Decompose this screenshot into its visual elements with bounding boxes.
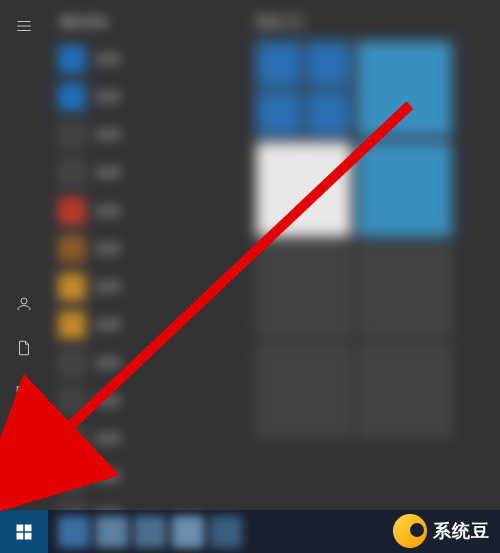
svg-rect-10 — [25, 524, 32, 531]
tile[interactable] — [357, 243, 452, 338]
start-menu: 最近添加 应用应用应用应用应用应用应用应用应用应用应用应用应用应用 高效工作 — [0, 0, 500, 510]
tile[interactable] — [256, 91, 302, 137]
settings-icon[interactable] — [0, 414, 48, 458]
svg-rect-12 — [25, 532, 32, 539]
tiles-header: 高效工作 — [256, 14, 492, 31]
tile[interactable] — [256, 41, 302, 87]
tile[interactable] — [256, 142, 351, 237]
app-list-item[interactable]: 应用 — [58, 345, 244, 381]
app-label: 应用 — [96, 317, 120, 334]
app-list: 最近添加 应用应用应用应用应用应用应用应用应用应用应用应用应用应用 — [48, 0, 248, 510]
taskbar-app[interactable] — [58, 516, 90, 548]
svg-point-3 — [21, 298, 27, 304]
app-icon — [58, 45, 86, 73]
app-icon — [58, 121, 86, 149]
tile[interactable] — [357, 142, 452, 237]
app-icon — [58, 159, 86, 187]
app-icon — [58, 463, 86, 491]
start-sidebar — [0, 0, 48, 510]
taskbar-app[interactable] — [96, 516, 128, 548]
app-label: 应用 — [96, 89, 120, 106]
taskbar-app[interactable] — [210, 516, 242, 548]
documents-icon[interactable] — [0, 326, 48, 370]
app-label: 应用 — [96, 279, 120, 296]
svg-point-6 — [22, 434, 27, 439]
taskbar-app[interactable] — [134, 516, 166, 548]
pictures-icon[interactable] — [0, 370, 48, 414]
app-label: 应用 — [96, 203, 120, 220]
svg-rect-9 — [17, 524, 24, 531]
tile[interactable] — [357, 344, 452, 439]
app-list-item[interactable]: 应用 — [58, 459, 244, 495]
app-list-item[interactable]: 应用 — [58, 41, 244, 77]
app-icon — [58, 311, 86, 339]
taskbar-app[interactable] — [172, 516, 204, 548]
app-list-item[interactable]: 应用 — [58, 231, 244, 267]
app-list-item[interactable]: 应用 — [58, 421, 244, 457]
app-label: 应用 — [96, 393, 120, 410]
app-label: 应用 — [96, 469, 120, 486]
app-list-item[interactable]: 应用 — [58, 155, 244, 191]
tile[interactable] — [306, 41, 352, 87]
recent-header: 最近添加 — [58, 14, 244, 31]
app-label: 应用 — [96, 431, 120, 448]
app-icon — [58, 425, 86, 453]
power-icon[interactable] — [0, 458, 48, 502]
watermark: 系统豆 — [393, 513, 490, 549]
app-list-item[interactable]: 应用 — [58, 79, 244, 115]
tile[interactable] — [256, 344, 351, 439]
watermark-text: 系统豆 — [433, 519, 490, 543]
tile-group — [256, 41, 351, 136]
app-label: 应用 — [96, 241, 120, 258]
app-list-item[interactable]: 应用 — [58, 307, 244, 343]
app-icon — [58, 273, 86, 301]
svg-rect-11 — [17, 532, 24, 539]
app-label: 应用 — [96, 355, 120, 372]
app-list-item[interactable]: 应用 — [58, 193, 244, 229]
app-label: 应用 — [96, 51, 120, 68]
watermark-logo-icon — [393, 514, 427, 548]
app-icon — [58, 83, 86, 111]
tile[interactable] — [306, 91, 352, 137]
tile[interactable] — [256, 243, 351, 338]
app-list-item[interactable]: 应用 — [58, 117, 244, 153]
app-label: 应用 — [96, 127, 120, 144]
app-icon — [58, 235, 86, 263]
app-icon — [58, 387, 86, 415]
app-list-item[interactable]: 应用 — [58, 269, 244, 305]
tile[interactable] — [357, 41, 452, 136]
user-icon[interactable] — [0, 282, 48, 326]
taskbar-icons — [48, 516, 242, 548]
tiles-panel: 高效工作 — [248, 0, 500, 510]
app-icon — [58, 197, 86, 225]
app-icon — [58, 349, 86, 377]
hamburger-menu-icon[interactable] — [0, 4, 48, 48]
app-list-item[interactable]: 应用 — [58, 383, 244, 419]
svg-point-5 — [21, 389, 23, 391]
start-button[interactable] — [0, 510, 48, 553]
app-label: 应用 — [96, 165, 120, 182]
